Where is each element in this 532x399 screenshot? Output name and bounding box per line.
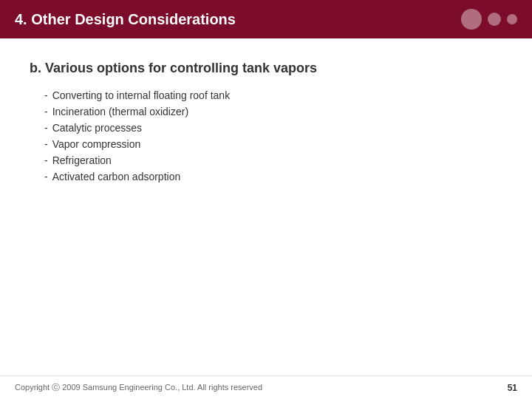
bullet-dash: - xyxy=(44,154,48,166)
bullet-dash: - xyxy=(44,89,48,101)
circle-icon-medium xyxy=(488,13,501,26)
list-item: -Incineration (thermal oxidizer) xyxy=(44,106,502,117)
circle-icon-large xyxy=(461,9,482,30)
bullet-dash: - xyxy=(44,171,48,183)
page-number: 51 xyxy=(508,383,517,393)
bullet-dash: - xyxy=(44,122,48,134)
slide-content: b. Various options for controlling tank … xyxy=(0,38,532,375)
circle-icon-small xyxy=(507,14,517,24)
list-item: -Catalytic processes xyxy=(44,122,502,134)
copyright-text: Copyright ⓒ 2009 Samsung Engineering Co.… xyxy=(15,382,262,393)
slide-title: 4. Other Design Considerations xyxy=(15,11,236,28)
list-item: -Vapor compression xyxy=(44,138,502,150)
bullet-text: Activated carbon adsorption xyxy=(52,171,181,183)
header-icons xyxy=(461,9,517,30)
bullet-text: Catalytic processes xyxy=(52,122,142,134)
bullet-text: Vapor compression xyxy=(52,138,141,150)
list-item: -Converting to internal floating roof ta… xyxy=(44,89,502,101)
bullet-text: Converting to internal floating roof tan… xyxy=(52,89,230,101)
bullet-dash: - xyxy=(44,106,48,117)
bullet-dash: - xyxy=(44,138,48,150)
bullet-text: Refrigeration xyxy=(52,154,112,166)
bullet-text: Incineration (thermal oxidizer) xyxy=(52,106,188,117)
slide-footer: Copyright ⓒ 2009 Samsung Engineering Co.… xyxy=(0,375,532,399)
list-item: -Activated carbon adsorption xyxy=(44,171,502,183)
list-item: -Refrigeration xyxy=(44,154,502,166)
slide: 4. Other Design Considerations b. Variou… xyxy=(0,0,532,399)
section-title: b. Various options for controlling tank … xyxy=(30,61,502,76)
bullet-list: -Converting to internal floating roof ta… xyxy=(30,89,502,183)
slide-header: 4. Other Design Considerations xyxy=(0,0,532,38)
